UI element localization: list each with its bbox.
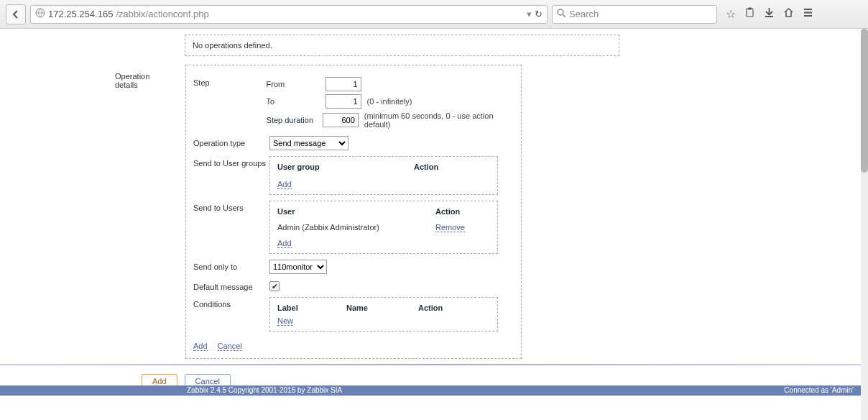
back-button[interactable]	[6, 4, 26, 24]
cond-name-col: Name	[346, 303, 418, 312]
to-input[interactable]	[326, 94, 361, 109]
menu-icon[interactable]	[803, 7, 813, 21]
no-operations-box: No operations defined.	[185, 35, 619, 56]
home-icon[interactable]	[783, 7, 794, 21]
operation-details-box: Step From To (0 - infinitely) Step durat…	[185, 65, 522, 359]
duration-input[interactable]	[323, 113, 359, 127]
divider	[0, 364, 868, 365]
details-cancel-link[interactable]: Cancel	[218, 342, 242, 351]
table-row: Admin (Zabbix Administrator) Remove	[277, 220, 490, 234]
user-groups-box: User group Action Add	[269, 156, 498, 195]
download-icon[interactable]	[764, 7, 775, 21]
search-bar[interactable]: Search	[552, 5, 717, 24]
url-bar[interactable]: 172.25.254.165/zabbix/actionconf.php ▾ ↻	[30, 5, 548, 24]
no-operations-text: No operations defined.	[193, 41, 272, 50]
from-input[interactable]	[326, 77, 361, 91]
search-icon	[557, 9, 566, 20]
details-add-link[interactable]: Add	[193, 342, 208, 351]
send-only-to-label: Send only to	[193, 260, 269, 271]
send-user-groups-label: Send to User groups	[193, 156, 269, 168]
from-label: From	[267, 80, 320, 88]
svg-rect-4	[748, 8, 752, 10]
add-user-group-link[interactable]: Add	[277, 180, 292, 189]
user-group-action-col: Action	[414, 163, 490, 171]
default-message-label: Default message	[193, 280, 269, 291]
add-user-link[interactable]: Add	[277, 239, 292, 248]
page-content: No operations defined. Operation details…	[0, 29, 868, 396]
cond-label-col: Label	[277, 303, 346, 312]
user-group-col: User group	[277, 163, 414, 171]
dropdown-icon[interactable]: ▾	[527, 9, 532, 19]
users-box: User Action Admin (Zabbix Administrator)…	[269, 201, 498, 254]
globe-icon	[35, 8, 45, 20]
operation-type-select[interactable]: Send message	[269, 136, 348, 150]
conditions-box: Label Name Action New	[269, 297, 498, 332]
footer-copyright: Zabbix 2.4.5 Copyright 2001-2015 by Zabb…	[187, 386, 784, 394]
cond-action-col: Action	[418, 303, 490, 312]
step-label: Step	[193, 76, 267, 87]
remove-user-link[interactable]: Remove	[435, 223, 465, 232]
reload-icon[interactable]: ↻	[535, 9, 542, 19]
url-host: 172.25.254.165	[48, 9, 113, 19]
footer-connected: Connected as 'Admin'	[784, 386, 854, 394]
clipboard-icon[interactable]	[744, 7, 755, 21]
duration-hint: (minimum 60 seconds, 0 - use action defa…	[364, 111, 514, 129]
default-message-checkbox[interactable]: ✔	[269, 281, 280, 291]
send-users-label: Send to Users	[193, 201, 269, 212]
svg-point-1	[558, 9, 563, 15]
url-path: /zabbix/actionconf.php	[116, 9, 208, 19]
svg-line-2	[563, 14, 565, 17]
user-action-col: Action	[435, 207, 490, 216]
conditions-label: Conditions	[193, 297, 269, 309]
send-only-to-select[interactable]: 110monitor	[269, 260, 327, 274]
browser-toolbar: 172.25.254.165/zabbix/actionconf.php ▾ ↻…	[0, 0, 868, 29]
footer: Zabbix 2.4.5 Copyright 2001-2015 by Zabb…	[0, 385, 868, 396]
star-icon[interactable]: ☆	[726, 7, 736, 21]
user-col: User	[277, 207, 435, 216]
scrollbar[interactable]	[861, 29, 868, 396]
user-name: Admin (Zabbix Administrator)	[277, 223, 435, 232]
new-condition-link[interactable]: New	[277, 316, 293, 326]
duration-label: Step duration	[267, 116, 317, 124]
search-placeholder: Search	[569, 9, 599, 19]
toolbar-icons: ☆	[721, 7, 818, 21]
to-label: To	[267, 97, 320, 106]
operation-type-label: Operation type	[193, 136, 269, 147]
svg-rect-3	[747, 9, 753, 17]
to-hint: (0 - infinitely)	[367, 97, 412, 106]
operation-details-label: Operation details	[115, 65, 174, 359]
scrollbar-thumb[interactable]	[861, 29, 868, 173]
